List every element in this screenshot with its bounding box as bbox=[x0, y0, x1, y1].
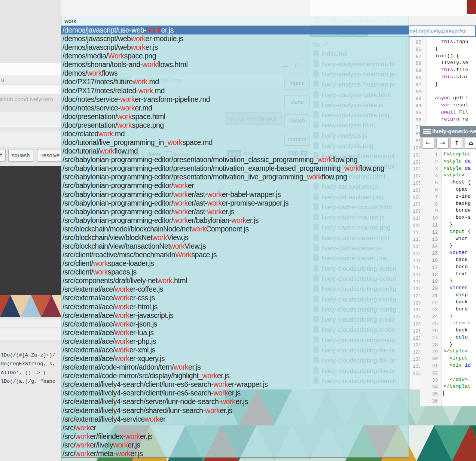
code-line: #outer bbox=[443, 250, 468, 255]
left-input-bar-1[interactable] bbox=[0, 112, 61, 127]
home-icon[interactable]: ⌂ bbox=[465, 138, 476, 149]
path-item[interactable]: /src/external/ace/worker-javascript.js bbox=[61, 311, 409, 320]
code-line: this.star bbox=[429, 74, 468, 80]
line-number: 26 bbox=[432, 328, 438, 334]
path-item[interactable]: /src/babylonian-programming-editor/worke… bbox=[61, 216, 409, 225]
path-item[interactable]: /doc/tutorial/workflow.md bbox=[61, 147, 409, 155]
path-item[interactable]: /src/external/ace/worker-xml.js bbox=[61, 346, 409, 354]
code-line: text bbox=[443, 271, 468, 277]
path-item[interactable]: /demos/javascript/webworker.js bbox=[61, 43, 409, 52]
path-item[interactable]: /src/components/draft/lively-network.htm… bbox=[61, 276, 409, 285]
line-number: 88 bbox=[415, 61, 421, 66]
path-item[interactable]: /src/worker/fileindex-worker.js bbox=[61, 432, 409, 441]
path-item[interactable]: /src/external/lively4-search/server/lunr… bbox=[61, 397, 409, 406]
search-input[interactable] bbox=[61, 16, 409, 25]
path-item[interactable]: /src/babylonian-programming-editor/worke… bbox=[61, 199, 409, 207]
path-item[interactable]: /demos/javascript/webworker-module.js bbox=[61, 34, 409, 43]
path-item[interactable]: /src/external/ace/worker-css.js bbox=[61, 294, 409, 302]
code-line: <style da bbox=[443, 158, 471, 164]
line-number: 33 bbox=[432, 377, 438, 383]
code-line: return re bbox=[429, 116, 468, 122]
path-item[interactable]: /doc/PX17/notes/related-work.md bbox=[61, 87, 409, 95]
code-line: </style> bbox=[443, 348, 468, 354]
left-wallpaper-stripe bbox=[0, 295, 61, 317]
hamburger-icon[interactable] bbox=[423, 129, 431, 136]
line-number: 94 bbox=[415, 103, 421, 109]
editor-window-title: lively-generic-se bbox=[432, 128, 476, 134]
line-number: 36 bbox=[432, 398, 438, 404]
path-item[interactable]: /src/blockchain/view/transactionNetworkV… bbox=[61, 242, 409, 251]
resolve-button[interactable]: resolve bbox=[37, 149, 64, 162]
path-item[interactable]: /src/external/ace/worker-php.js bbox=[61, 337, 409, 346]
path-item[interactable]: /src/external/lively4-search/client/lunr… bbox=[61, 380, 409, 389]
path-item[interactable]: /src/babylonian-programming-editor/prese… bbox=[61, 155, 409, 164]
code-line: back bbox=[443, 327, 468, 333]
forward-icon[interactable]: → bbox=[436, 138, 449, 149]
path-item[interactable]: /src/external/lively4-serviceworker bbox=[61, 415, 409, 424]
path-item[interactable]: /src/external/code-mirror/src/display/hi… bbox=[61, 371, 409, 380]
line-number: 19 bbox=[432, 279, 438, 284]
path-item[interactable]: /src/babylonian-programming-editor/prese… bbox=[61, 164, 409, 173]
path-item[interactable]: /src/blockchain/model/blockchainNode/net… bbox=[61, 225, 409, 233]
code-line: async getFi bbox=[429, 95, 468, 101]
code-line: } bbox=[443, 222, 452, 227]
left-white-band bbox=[0, 63, 61, 75]
line-number: 6 bbox=[435, 187, 438, 193]
path-item[interactable]: /src/worker bbox=[61, 424, 409, 432]
line-number: 28 bbox=[432, 342, 438, 348]
left-gray-bar-4 bbox=[0, 328, 61, 340]
code-line: box-s bbox=[443, 215, 471, 220]
editor-titlebar[interactable]: lively-generic-se bbox=[420, 126, 476, 137]
path-item[interactable]: /doc/PX17/notes/futurework.md bbox=[61, 78, 409, 86]
path-item[interactable]: /doc/notes/service-worker-transform-pipe… bbox=[61, 95, 409, 104]
path-item[interactable]: /src/babylonian-programming-editor/worke… bbox=[61, 181, 409, 190]
code-line: <style> bbox=[443, 172, 465, 178]
back-icon[interactable]: ← bbox=[422, 138, 434, 149]
path-item[interactable]: /doc/relatedwork.md bbox=[61, 130, 409, 138]
code-line: </templat bbox=[443, 383, 471, 389]
line-number: 3 bbox=[435, 166, 438, 172]
path-item[interactable]: /src/client/workspaces.js bbox=[61, 268, 409, 276]
path-item[interactable]: /doc/notes/service-worker.md bbox=[61, 104, 409, 112]
path-item[interactable]: /demos/javascript/use-web-worker.js bbox=[61, 26, 409, 34]
path-item[interactable]: /doc/tutorial/live_programming_in_worksp… bbox=[61, 138, 409, 147]
text-cursor bbox=[443, 391, 444, 396]
path-item[interactable]: /src/external/ace/worker-coffee.js bbox=[61, 285, 409, 294]
path-item[interactable]: /src/babylonian-programming-editor/worke… bbox=[61, 207, 409, 216]
path-item[interactable]: /demos/workflows bbox=[61, 69, 409, 78]
path-item[interactable]: /src/external/ace/worker-html.js bbox=[61, 303, 409, 311]
path-item[interactable]: /src/babylonian-programming-editor/prese… bbox=[61, 173, 409, 181]
path-item[interactable]: /doc/presentation/workspace.html bbox=[61, 112, 409, 121]
path-item[interactable]: /src/external/ace/worker-lua.js bbox=[61, 328, 409, 337]
squash-button[interactable]: squash bbox=[8, 149, 33, 162]
code-line: :host { bbox=[443, 179, 471, 185]
path-item[interactable]: /src/babylonian-programming-editor/worke… bbox=[61, 190, 409, 199]
path-item[interactable]: /src/external/ace/worker-json.js bbox=[61, 320, 409, 328]
code-line: f<templat bbox=[443, 151, 471, 157]
path-item[interactable]: /demos/shonan/tools-and-workflows.html bbox=[61, 60, 409, 69]
top-right-accent bbox=[467, 0, 476, 14]
left-input-bar-2[interactable] bbox=[0, 131, 61, 147]
path-item[interactable]: /src/external/ace/worker-xquery.js bbox=[61, 354, 409, 363]
path-item[interactable]: /doc/presentation/workspace.png bbox=[61, 121, 409, 130]
editor2-code[interactable]: f<templat<style da<style da<style> :host… bbox=[442, 149, 476, 406]
code-line: .item.s bbox=[443, 320, 471, 326]
code-line: this.file bbox=[429, 67, 468, 73]
diff-button[interactable]: f bbox=[0, 149, 6, 162]
path-item[interactable]: /demos/media/Workspace.png bbox=[61, 52, 409, 60]
line-number: 8 bbox=[435, 201, 438, 207]
code-line: var resul bbox=[429, 102, 468, 108]
code-line: colo bbox=[443, 334, 468, 340]
path-item[interactable]: /src/external/lively4-search/shared/lunr… bbox=[61, 406, 409, 415]
path-item[interactable]: /src/client/reactive/misc/benchmarkInWor… bbox=[61, 251, 409, 259]
path-item[interactable]: /src/worker/livelyworker.js bbox=[61, 441, 409, 449]
path-item[interactable]: /src/client/workspace-loader.js bbox=[61, 259, 409, 268]
code-line: await Fil bbox=[429, 109, 468, 115]
line-number: 20 bbox=[432, 286, 438, 291]
path-item[interactable]: /src/external/code-mirror/addon/tern/wor… bbox=[61, 363, 409, 371]
path-item[interactable]: /src/worker/meta-worker.js bbox=[61, 449, 409, 458]
path-item[interactable]: /src/blockchain/view/blockNetworkView.js bbox=[61, 233, 409, 242]
path-item[interactable]: /src/external/lively4-search/client/lunr… bbox=[61, 389, 409, 397]
up-icon[interactable]: ↑ bbox=[451, 138, 463, 149]
code-line: } bbox=[443, 278, 452, 283]
